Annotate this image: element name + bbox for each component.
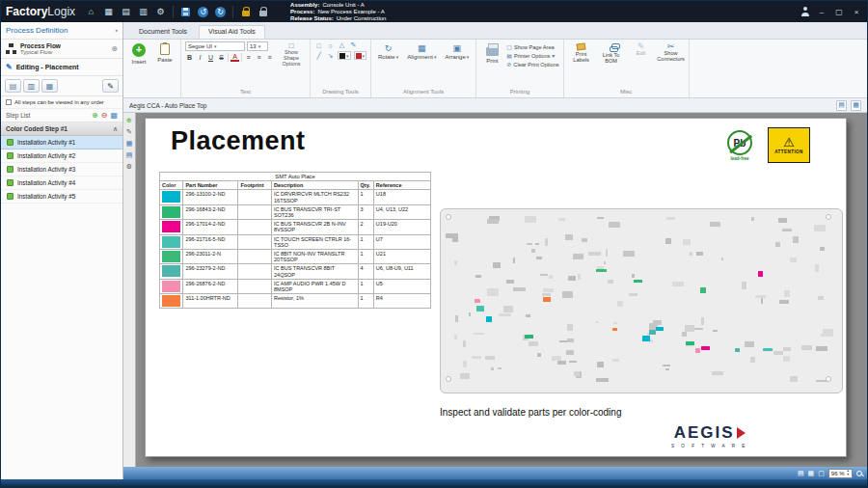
triangle-shape-button[interactable]: △	[338, 41, 346, 49]
paste-button[interactable]: Paste	[153, 41, 176, 65]
remove-step-icon[interactable]: ⊖	[101, 111, 108, 120]
process-flow-item[interactable]: Process Flow Typical Flow ⊕	[1, 40, 122, 59]
activity-icon	[7, 166, 14, 173]
show-page-area-button[interactable]: ▢Show Page Area	[506, 43, 558, 50]
window-view-icon[interactable]: ▦	[851, 100, 861, 111]
pin-icon[interactable]: ▪	[116, 27, 118, 34]
show-connectors-button[interactable]: ✂ Show Connectors	[658, 41, 685, 62]
list-item-installation-activity[interactable]: Installation Activity #1	[1, 136, 122, 149]
ellipse-shape-button[interactable]: ○	[326, 42, 335, 49]
ribbon-tab-visual-aid-tools[interactable]: Visual Aid Tools	[199, 25, 265, 39]
edit-button[interactable]: ✎ Edit	[628, 41, 655, 56]
unlock-icon[interactable]	[238, 5, 253, 19]
table-row[interactable]: 296-13100-2-ND IC DRVR/RCVR MLTCH RS232 …	[160, 190, 431, 204]
undo-icon[interactable]: ↺	[196, 5, 210, 19]
fit-width-icon[interactable]: ▦	[808, 470, 815, 477]
close-button[interactable]: ×	[851, 8, 862, 16]
canvas-settings-icon[interactable]: ⚙	[126, 163, 132, 171]
clear-print-options-button[interactable]: ⊘Clear Print Options	[506, 61, 558, 68]
pcb-component	[499, 313, 511, 316]
user-icon[interactable]	[800, 7, 810, 16]
pencil-tool-button[interactable]: ✎	[349, 41, 358, 49]
view-documents-button[interactable]: ▥	[23, 79, 40, 93]
align-right-button[interactable]: ≡	[265, 54, 274, 61]
pcb-component	[474, 333, 484, 335]
strikethrough-button[interactable]: S	[217, 54, 226, 61]
page-view-icon[interactable]: ▤	[836, 100, 847, 111]
pages-icon[interactable]: ▤	[126, 151, 133, 159]
align-center-button[interactable]: ≡	[255, 54, 263, 61]
line-tool-button[interactable]: ╱	[314, 52, 323, 60]
ribbon-tab-document-tools[interactable]: Document Tools	[129, 25, 197, 39]
save-icon[interactable]	[178, 5, 193, 19]
table-row[interactable]: 311-1.00HRTR-ND Resistor, 1% 1 R4	[160, 294, 431, 309]
view-steps-button[interactable]: ▤	[5, 79, 21, 93]
rotate-button[interactable]: ↻ Rotate▾	[375, 41, 401, 62]
print-labels-button[interactable]: Print Labels	[568, 41, 595, 63]
insert-button[interactable]: + Insert	[127, 41, 150, 67]
stroke-color-picker[interactable]: ▾	[338, 51, 351, 60]
magnifier-icon[interactable]	[856, 471, 862, 476]
document-canvas[interactable]: ⊕ ✎ ▦ ▤ ⚙ Placement Pb lead-free ⚠ ATTEN…	[123, 113, 867, 467]
table-row[interactable]: 296-26876-2-ND IC AMP AUDIO PWR 1.45W D …	[160, 279, 431, 293]
underline-button[interactable]: U	[206, 54, 215, 61]
printer-options-button[interactable]: ▤Printer Options▾	[506, 52, 558, 59]
minimize-button[interactable]: –	[816, 8, 827, 16]
zoom-level-control[interactable]: 96 % ▲▼	[828, 469, 853, 478]
table-row[interactable]: 296-16843-2-ND IC BUS TRANSCVR TRI-ST SO…	[160, 204, 431, 219]
table-row[interactable]: 296-17014-2-ND IC BUS TRANSCVR 2B N-INV …	[160, 220, 431, 234]
pcb-component	[818, 296, 825, 300]
pcb-component	[682, 332, 688, 337]
font-size-combo[interactable]: 13▾	[247, 41, 268, 51]
arrow-tool-button[interactable]: ↘	[326, 52, 335, 60]
list-item-installation-activity[interactable]: Installation Activity #5	[1, 190, 122, 203]
edit-board-icon: ✎	[6, 63, 13, 71]
settings-icon[interactable]: ⚙	[153, 5, 168, 19]
list-item-installation-activity[interactable]: Installation Activity #2	[1, 149, 122, 163]
alignment-button[interactable]: ▦ Alignment▾	[404, 41, 439, 62]
order-checkbox[interactable]	[6, 99, 12, 105]
edit-step-button[interactable]: ✎	[102, 79, 119, 93]
print-button[interactable]: Print	[480, 41, 503, 66]
pcb-component	[606, 249, 608, 257]
fill-color-picker[interactable]: ▾	[354, 51, 367, 60]
add-element-icon[interactable]: ⊕	[126, 117, 132, 124]
link-to-bom-button[interactable]: Link To BOM	[598, 41, 625, 64]
pcb-colored-component	[656, 327, 664, 330]
align-left-button[interactable]: ≡	[244, 54, 253, 61]
cell-part-number: 296-23011-2-N	[183, 250, 238, 264]
editing-placement-item[interactable]: ✎ Editing - Placement	[1, 59, 122, 76]
documents-icon[interactable]: ▤	[119, 5, 133, 19]
copy-icon[interactable]: ▥	[136, 5, 150, 19]
home-icon[interactable]: ⌂	[84, 5, 98, 19]
bold-button[interactable]: B	[185, 54, 194, 61]
view-flow-button[interactable]: ▦	[41, 79, 58, 93]
cell-part-number: 311-1.00HRTR-ND	[183, 294, 238, 309]
list-item-installation-activity[interactable]: Installation Activity #3	[1, 163, 122, 176]
redo-icon[interactable]: ↻	[213, 5, 228, 19]
arrange-button[interactable]: ▣ Arrange▾	[442, 41, 472, 62]
list-item-installation-activity[interactable]: Installation Activity #4	[1, 176, 122, 190]
layers-icon[interactable]: ▦	[126, 140, 133, 148]
italic-button[interactable]: I	[196, 54, 204, 61]
font-name-combo[interactable]: Segoe UI▾	[185, 41, 245, 51]
actual-size-icon[interactable]: ▢	[818, 470, 825, 477]
lock-icon[interactable]	[256, 5, 270, 19]
edit-element-icon[interactable]: ✎	[126, 128, 132, 136]
table-row[interactable]: 296-21716-5-ND IC TOUCH SCREEN CTRLR 16-…	[160, 234, 431, 249]
table-row[interactable]: 296-23011-2-N IC 8BIT NON-INV TRANSLTR 2…	[160, 250, 431, 264]
expand-flow-icon[interactable]: ⊕	[111, 44, 118, 53]
modules-icon[interactable]: ▦	[101, 5, 116, 19]
fit-page-icon[interactable]: ▤	[798, 470, 804, 477]
pcb-component	[782, 229, 792, 231]
show-shape-options-button[interactable]: □ Show Shape Options	[277, 41, 306, 68]
color-coded-step-group[interactable]: Color Coded Step #1 ∧	[1, 122, 122, 136]
collapse-icon[interactable]: ∧	[113, 125, 118, 133]
rect-shape-button[interactable]: □	[314, 42, 323, 49]
add-step-icon[interactable]: ⊕	[92, 111, 98, 120]
step-grid-icon[interactable]: ▦	[110, 111, 118, 120]
restore-button[interactable]: ▢	[833, 8, 845, 16]
font-color-button[interactable]: A	[231, 53, 239, 62]
table-row[interactable]: 296-23279-2-ND IC BUS TRANSCVR 8BIT 24QS…	[160, 264, 431, 279]
zoom-spinner[interactable]: ▲▼	[847, 470, 850, 476]
